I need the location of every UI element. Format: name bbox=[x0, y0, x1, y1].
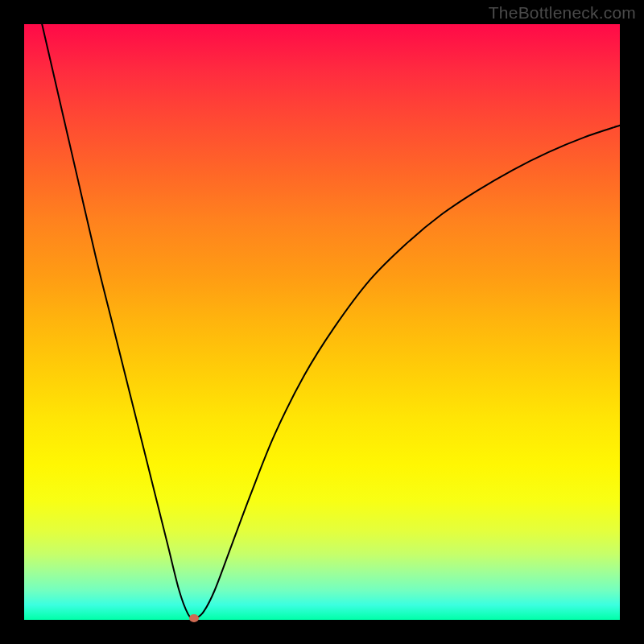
chart-container: TheBottleneck.com bbox=[0, 0, 644, 644]
plot-area bbox=[24, 24, 620, 620]
curve-svg bbox=[24, 24, 620, 620]
watermark-text: TheBottleneck.com bbox=[489, 3, 636, 23]
bottleneck-curve bbox=[42, 24, 620, 618]
curve-minimum-marker bbox=[189, 614, 199, 622]
